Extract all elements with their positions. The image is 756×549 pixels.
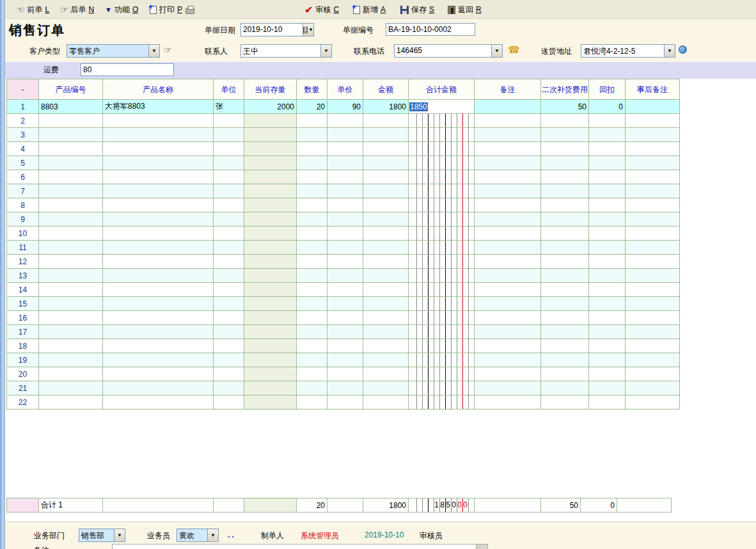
grid-cell[interactable] [297,395,327,410]
grid-cell[interactable] [626,184,680,198]
contact-value[interactable]: 王中 [241,45,320,57]
grid-cell[interactable] [363,142,409,156]
grid-cell[interactable] [39,255,103,269]
total-amount-grid-cell[interactable] [409,283,475,297]
grid-cell[interactable] [589,170,626,184]
grid-cell[interactable] [475,212,541,227]
hand-right-icon[interactable]: ☞ [164,45,172,55]
grid-cell[interactable] [475,353,541,367]
grid-cell[interactable] [297,269,327,283]
grid-cell[interactable] [103,156,214,170]
grid-cell[interactable] [297,339,327,353]
grid-cell[interactable] [297,114,327,128]
grid-cell[interactable] [297,255,327,269]
total-amount-grid-cell[interactable] [409,395,475,410]
grid-cell[interactable] [363,381,409,395]
grid-cell[interactable] [103,311,214,325]
grid-cell[interactable] [244,212,297,227]
grid-cell[interactable] [541,114,589,128]
grid-cell[interactable] [327,283,363,297]
total-amount-grid-cell[interactable] [409,128,475,142]
grid-cell[interactable] [363,184,409,198]
grid-cell[interactable] [541,297,589,311]
grid-cell[interactable] [103,212,214,227]
grid-cell[interactable] [327,142,363,156]
audit-button[interactable]: ✔ 审核C [302,3,342,17]
grid-cell[interactable] [39,269,103,283]
grid-cell[interactable] [363,227,409,241]
grid-cell[interactable] [39,325,103,339]
grid-cell[interactable] [103,142,214,156]
grid-cell[interactable] [589,142,626,156]
grid-cell[interactable] [589,395,626,410]
total-amount-grid-cell[interactable] [409,255,475,269]
grid-cell[interactable] [39,311,103,325]
globe-icon[interactable] [679,45,687,54]
grid-cell[interactable] [541,212,589,227]
grid-cell[interactable] [214,227,244,241]
grid-cell[interactable] [626,212,680,227]
grid-cell[interactable]: 1800 [363,100,409,114]
grid-cell[interactable] [363,353,409,367]
print-button[interactable]: 打印P [147,3,185,17]
grid-cell[interactable] [363,283,409,297]
grid-cell[interactable] [244,128,297,142]
grid-cell[interactable] [39,339,103,353]
grid-cell[interactable] [244,156,297,170]
grid-cell[interactable]: 90 [327,100,363,114]
grid-cell[interactable] [327,241,363,255]
grid-cell[interactable] [541,381,589,395]
column-header[interactable]: 单位 [214,79,244,100]
grid-cell[interactable] [589,283,626,297]
grid-cell[interactable] [297,212,327,227]
grid-cell[interactable] [244,142,297,156]
grid-cell[interactable] [626,198,680,212]
grid-cell[interactable] [541,311,589,325]
grid-cell[interactable] [475,184,541,198]
total-amount-grid-cell[interactable] [409,212,475,227]
grid-cell[interactable] [297,325,327,339]
grid-cell[interactable] [363,367,409,381]
grid-cell[interactable] [363,114,409,128]
grid-cell[interactable] [297,198,327,212]
dept-value[interactable]: 销售部 [79,529,114,541]
grid-cell[interactable] [475,255,541,269]
grid-cell[interactable] [39,227,103,241]
total-amount-grid-cell[interactable] [409,311,475,325]
grid-cell[interactable] [589,227,626,241]
grid-cell[interactable] [475,156,541,170]
phone-icon[interactable]: ☎ [508,44,520,56]
doc-date-value[interactable]: 2019-10-10 [241,24,303,36]
grid-cell[interactable] [103,198,214,212]
row-number-cell[interactable]: 15 [7,297,39,311]
grid-cell[interactable] [363,170,409,184]
grid-cell[interactable] [39,114,103,128]
grid-cell[interactable] [39,395,103,410]
grid-cell[interactable] [214,269,244,283]
grid-cell[interactable] [214,142,244,156]
total-amount-edit-cell[interactable]: 1850 [409,100,475,114]
total-amount-grid-cell[interactable] [409,142,475,156]
row-number-cell[interactable]: 18 [7,339,39,353]
grid-cell[interactable] [327,353,363,367]
grid-cell[interactable] [363,128,409,142]
grid-cell[interactable] [626,156,680,170]
total-amount-grid-cell[interactable] [409,184,475,198]
grid-cell[interactable] [363,255,409,269]
grid-cell[interactable] [327,114,363,128]
row-number-cell[interactable]: 4 [7,142,39,156]
next-doc-button[interactable]: ☞ 后单N [58,3,97,17]
selected-edit-text[interactable]: 1850 [409,102,428,111]
grid-cell[interactable] [327,198,363,212]
contact-combobox[interactable]: 王中 ▼ [240,44,332,58]
grid-cell[interactable] [475,241,541,255]
total-amount-grid-cell[interactable] [409,170,475,184]
grid-cell[interactable] [626,142,680,156]
grid-cell[interactable] [589,367,626,381]
grid-cell[interactable] [541,128,589,142]
grid-cell[interactable] [626,367,680,381]
grid-cell[interactable] [39,170,103,184]
grid-cell[interactable] [626,170,680,184]
grid-cell[interactable] [541,367,589,381]
grid-cell[interactable] [541,269,589,283]
